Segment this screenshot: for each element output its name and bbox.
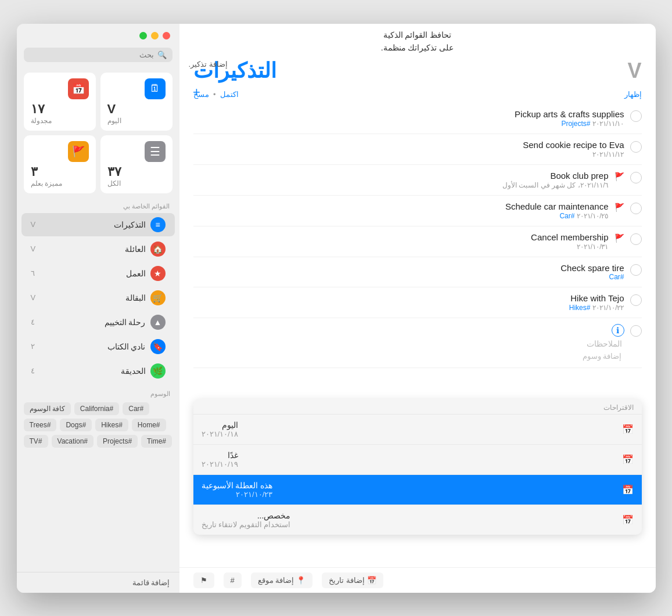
suggestion-tomorrow[interactable]: 📅 غدًا ٢٠٢١/١٠/١٩ — [193, 444, 642, 474]
tag-car[interactable]: #Car — [123, 402, 149, 415]
tag-california[interactable]: #California — [74, 402, 119, 415]
reminder-item: Check spare tire #Car — [193, 257, 642, 287]
all-icon: ☰ — [145, 141, 166, 162]
reminder-item: Pickup arts & crafts supplies ٢٠٢١/١١/١٠… — [193, 103, 642, 134]
suggestion-today[interactable]: 📅 اليوم ٢٠٢١/١٠/١٨ — [193, 414, 642, 444]
show-button[interactable]: إظهار — [624, 90, 642, 99]
today-icon: 🗓 — [145, 78, 166, 99]
garden-list-icon: 🌿 — [150, 363, 166, 379]
smart-list-all[interactable]: ☰ ٣٧ الكل — [100, 135, 173, 193]
flagged-label: مميزة بعلم — [31, 179, 62, 188]
camping-list-icon: ▲ — [150, 315, 166, 330]
flag-icon-5: 🚩 — [614, 233, 624, 243]
custom-cal-icon: 📅 — [622, 514, 634, 525]
location-icon: 📍 — [296, 576, 306, 585]
reminder-item: 🚩 Book club prep ٢٠٢١/١١/٦، كل شهر في ال… — [193, 165, 642, 196]
sidebar-item-reminders[interactable]: ≡ التذكيرات V — [21, 213, 175, 236]
reminder-date-2: ٢٠٢١/١١/١٢ — [193, 150, 624, 158]
reminder-title-1: Pickup arts & crafts supplies — [193, 109, 624, 119]
reminder-title-3: Book club prep — [193, 171, 609, 181]
sidebar-item-garden[interactable]: 🌿 الحديقة ٤ — [21, 359, 175, 383]
groceries-list-count: V — [31, 293, 36, 302]
tag-hikes[interactable]: #Hikes — [95, 419, 128, 431]
smart-list-flagged[interactable]: 🚩 ٣ مميزة بعلم — [24, 135, 96, 193]
sidebar-item-camping[interactable]: ▲ رحلة التخييم ٤ — [21, 311, 175, 334]
tags-grid: #Car #California كافة الوسوم #Home #Hike… — [24, 402, 173, 448]
sidebar-item-bookclub[interactable]: 🔖 نادي الكتاب ٢ — [21, 335, 175, 358]
today-label: اليوم — [107, 117, 121, 125]
smart-list-scheduled[interactable]: 📅 ١٧ مجدولة — [24, 73, 96, 131]
main-title: التذكيرات — [193, 59, 276, 83]
date-suggestions-dropdown: الاقتراحات 📅 اليوم ٢٠٢١/١٠/١٨ 📅 غدًا ٢٠٢… — [193, 399, 642, 535]
tag-all[interactable]: كافة الوسوم — [24, 402, 71, 415]
tag-projects[interactable]: #Projects — [97, 435, 138, 448]
new-reminder-row: ℹ الملاحظات إضافة وسوم — [193, 318, 642, 368]
reminder-item: Hike with Tejo ٢٠٢١/١٠/٢٢ #Hikes — [193, 287, 642, 318]
bookclub-list-icon: 🔖 — [150, 339, 166, 354]
search-icon: 🔍 — [157, 51, 167, 59]
main-count: V — [627, 59, 641, 83]
minimize-button[interactable] — [151, 32, 159, 39]
app-window: 🔍 🗓 V اليوم 📅 ١٧ مجدولة ☰ ٣٧ الكل — [17, 24, 656, 593]
tag-trees[interactable]: #Trees — [24, 419, 57, 431]
add-toolbar: 📅 إضافة تاريخ 📍 إضافة موقع # ⚑ — [179, 567, 656, 593]
reminder-checkbox-4[interactable] — [630, 203, 642, 214]
smart-lists-grid: 🗓 V اليوم 📅 ١٧ مجدولة ☰ ٣٧ الكل 🚩 ٣ مميز… — [17, 68, 179, 198]
flag-toolbar-icon: ⚑ — [200, 576, 207, 585]
maximize-button[interactable] — [139, 32, 147, 39]
bookclub-list-name: نادي الكتاب — [107, 342, 146, 351]
main-header: V التذكيرات — [179, 24, 656, 88]
tag-home[interactable]: #Home — [132, 419, 166, 431]
scheduled-label: مجدولة — [31, 117, 52, 125]
reminders-list-count: V — [31, 220, 36, 229]
today-cal-icon: 📅 — [622, 424, 634, 435]
sidebar: 🔍 🗓 V اليوم 📅 ١٧ مجدولة ☰ ٣٧ الكل — [17, 24, 179, 593]
tag-tv[interactable]: #TV — [24, 435, 48, 448]
tag-time[interactable]: #Time — [141, 435, 172, 448]
add-list-button[interactable]: إضافة قائمة — [17, 572, 179, 593]
weekend-cal-icon: 📅 — [622, 484, 634, 495]
smart-list-today[interactable]: 🗓 V اليوم — [100, 73, 173, 131]
search-input[interactable] — [30, 51, 154, 59]
reminder-date-5: ٢٠٢١/١٠/٣١ — [193, 243, 609, 251]
tag-vacation[interactable]: #Vacation — [52, 435, 94, 448]
search-bar[interactable]: 🔍 — [24, 48, 173, 62]
flagged-icon: 🚩 — [68, 141, 89, 162]
reminder-checkbox-7[interactable] — [630, 294, 642, 306]
close-button[interactable] — [163, 32, 170, 39]
reminders-list-icon: ≡ — [150, 217, 166, 232]
sidebar-item-groceries[interactable]: 🛒 البقالة V — [21, 286, 175, 309]
tag-dogs[interactable]: #Dogs — [60, 419, 92, 431]
suggestions-title: الاقتراحات — [193, 399, 642, 414]
reminder-title-6: Check spare tire — [193, 263, 624, 273]
flagged-count: ٣ — [31, 164, 38, 179]
add-location-button[interactable]: 📍 إضافة موقع — [251, 572, 313, 588]
my-lists-section-title: القوائم الخاصة بي — [17, 198, 179, 212]
reminder-checkbox-3[interactable] — [630, 172, 642, 183]
reminder-title-5: Cancel membership — [193, 232, 609, 242]
notes-placeholder: الملاحظات — [193, 337, 642, 351]
new-reminder-checkbox[interactable] — [630, 325, 642, 337]
suggestion-custom[interactable]: 📅 مخصص... استخدام التقويم لانتقاء تاريخ — [193, 505, 642, 535]
flag-icon-4: 🚩 — [614, 203, 624, 212]
add-date-button[interactable]: 📅 إضافة تاريخ — [322, 572, 383, 588]
tags-placeholder: إضافة وسوم — [193, 351, 642, 362]
reminder-item: Send cookie recipe to Eva ٢٠٢١/١١/١٢ — [193, 134, 642, 165]
add-reminder-top-button[interactable]: + — [189, 84, 205, 100]
hashtag-icon: # — [231, 576, 235, 585]
camping-list-count: ٤ — [31, 318, 35, 326]
info-icon: ℹ — [612, 324, 624, 337]
reminder-checkbox-1[interactable] — [630, 110, 642, 122]
reminder-tag-6: #Car — [193, 273, 624, 281]
flag-button[interactable]: ⚑ — [193, 572, 214, 588]
tags-section: الوسوم #Car #California كافة الوسوم #Hom… — [17, 383, 179, 452]
reminder-checkbox-2[interactable] — [630, 141, 642, 153]
suggestion-this-weekend[interactable]: 📅 هذه العطلة الأسبوعية ٢٠٢١/١٠/٢٣ — [193, 474, 642, 505]
sidebar-item-work[interactable]: ★ العمل ٦ — [21, 262, 175, 285]
hashtag-button[interactable]: # — [224, 572, 242, 588]
reminder-checkbox-6[interactable] — [630, 264, 642, 276]
tags-section-title: الوسوم — [24, 388, 173, 402]
reminder-title-7: Hike with Tejo — [193, 293, 624, 303]
sidebar-item-family[interactable]: 🏠 العائلة V — [21, 237, 175, 261]
reminder-checkbox-5[interactable] — [630, 233, 642, 245]
